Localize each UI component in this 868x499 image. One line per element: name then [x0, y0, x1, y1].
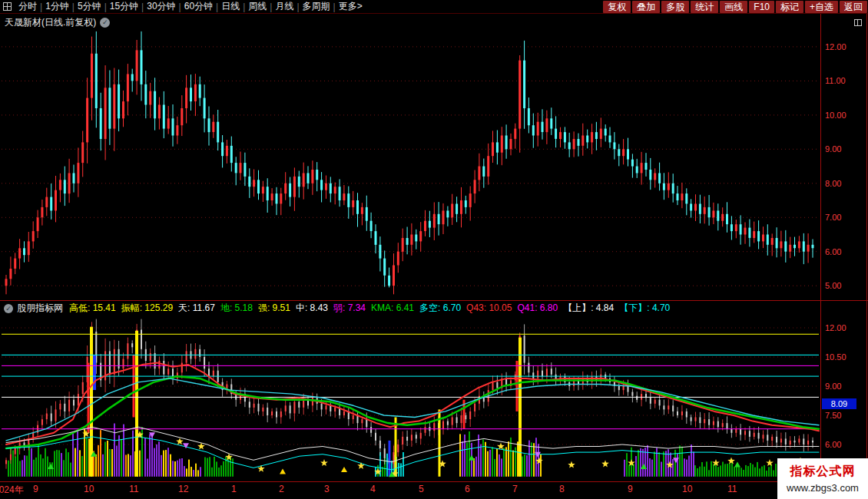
indicator-stat-4: 强: 9.51	[258, 302, 290, 313]
stock-info-badge-icon[interactable]: ✓	[100, 18, 110, 28]
month-label: 5	[419, 484, 424, 494]
pane-toggle-icon[interactable]	[854, 19, 862, 26]
pane-separator-line	[0, 300, 868, 301]
indicator-stat-12: 【下】: 4.70	[619, 302, 670, 313]
action-item-1[interactable]: 叠加	[632, 1, 660, 13]
price-tick-label: 11.00	[825, 76, 846, 85]
price-tick-label: 5.00	[825, 281, 841, 290]
right-border-line	[866, 14, 867, 497]
period-menu: 分时|1分钟|5分钟|15分钟|30分钟|60分钟|日线|周线|月线|多周期|更…	[16, 0, 365, 13]
month-label: 2	[279, 484, 284, 494]
price-tick-label: 7.00	[825, 213, 841, 222]
month-label: 2024年	[0, 484, 24, 497]
price-tick-label: 12.00	[825, 42, 846, 51]
action-item-6[interactable]: 标记	[776, 1, 803, 13]
indicator-tick-label: 9.00	[825, 382, 841, 391]
month-label: 8	[559, 484, 565, 494]
chart-canvas[interactable]	[0, 14, 820, 481]
period-item-8[interactable]: 月线	[273, 0, 296, 13]
period-item-5[interactable]: 60分钟	[182, 0, 215, 13]
indicator-stat-7: KMA: 6.41	[371, 302, 414, 313]
month-label: 11	[727, 484, 737, 494]
indicator-stat-6: 弱: 7.34	[333, 302, 366, 313]
price-tick-label: 10.00	[825, 111, 846, 120]
action-toolbar: 复权叠加多股统计画线F10标记+自选返回	[601, 0, 868, 13]
action-item-0[interactable]: 复权	[603, 1, 631, 13]
indicator-tick-label: 10.50	[825, 352, 846, 362]
app-grid-icon[interactable]	[3, 2, 12, 11]
action-item-7[interactable]: +自选	[805, 1, 838, 13]
last-value-tag: 8.09	[822, 398, 856, 409]
period-item-9[interactable]: 多周期	[300, 0, 333, 13]
month-label: 6	[465, 484, 470, 494]
indicator-stat-8: 多空: 6.70	[419, 302, 461, 313]
indicator-name: 股朋指标网	[17, 302, 63, 315]
action-item-5[interactable]: F10	[749, 1, 774, 13]
month-label: 12	[178, 484, 188, 494]
chart-title-bar: 天晟新材(日线.前复权) ✓	[5, 16, 110, 29]
indicator-stat-3: 地: 5.18	[220, 302, 253, 313]
axis-separator-line	[820, 14, 821, 497]
month-label: 11	[129, 484, 138, 494]
period-item-2[interactable]: 5分钟	[75, 0, 104, 13]
period-item-0[interactable]: 分时	[16, 0, 39, 13]
action-item-3[interactable]: 统计	[691, 1, 718, 13]
indicator-stat-11: 【上】: 4.84	[563, 302, 614, 313]
indicator-stat-9: Q43: 10.05	[466, 302, 512, 313]
indicator-stats: 高低: 15.41振幅: 125.29天: 11.67地: 5.18强: 9.5…	[69, 302, 675, 315]
indicator-tick-label: 7.50	[825, 411, 841, 420]
period-item-6[interactable]: 日线	[219, 0, 242, 13]
indicator-stat-1: 振幅: 125.29	[121, 302, 173, 313]
month-label: 10	[84, 484, 94, 494]
indicator-tick-label: 12.00	[825, 323, 846, 332]
month-label: 10	[682, 484, 692, 494]
indicator-badge-icon[interactable]: ✓	[4, 304, 13, 313]
indicator-stat-2: 天: 11.67	[178, 302, 215, 313]
month-label: 9	[628, 484, 633, 494]
price-tick-label: 8.00	[825, 179, 841, 188]
price-tick-label: 6.00	[825, 247, 841, 256]
month-label: 4	[370, 484, 376, 494]
period-item-10[interactable]: 更多>	[336, 0, 365, 13]
month-label: 9	[33, 484, 38, 494]
action-item-8[interactable]: 返回	[840, 1, 867, 13]
month-label: 3	[324, 484, 330, 494]
month-label: 7	[512, 484, 518, 494]
indicator-stat-0: 高低: 15.41	[69, 302, 116, 313]
top-toolbar: 分时|1分钟|5分钟|15分钟|30分钟|60分钟|日线|周线|月线|多周期|更…	[0, 0, 868, 14]
indicator-stat-10: Q41: 6.80	[517, 302, 558, 313]
indicator-stat-5: 中: 8.43	[296, 302, 328, 313]
xaxis-separator-line	[0, 481, 868, 482]
month-label: 1	[231, 484, 237, 494]
stock-title: 天晟新材(日线.前复权)	[5, 16, 96, 29]
action-item-4[interactable]: 画线	[720, 1, 747, 13]
period-item-1[interactable]: 1分钟	[43, 0, 71, 13]
period-item-3[interactable]: 15分钟	[108, 0, 141, 13]
period-item-4[interactable]: 30分钟	[144, 0, 177, 13]
indicator-tick-label: 6.00	[825, 440, 841, 449]
action-item-2[interactable]: 多股	[661, 1, 689, 13]
price-tick-label: 9.00	[825, 144, 841, 154]
trading-app-window: 分时|1分钟|5分钟|15分钟|30分钟|60分钟|日线|周线|月线|多周期|更…	[0, 0, 868, 499]
watermark: 指标公式网 www.zbgs3.com	[777, 458, 868, 499]
indicator-header: ✓ 股朋指标网 高低: 15.41振幅: 125.29天: 11.67地: 5.…	[4, 302, 675, 314]
watermark-url: www.zbgs3.com	[777, 482, 868, 494]
watermark-site-name: 指标公式网	[777, 464, 868, 480]
period-item-7[interactable]: 周线	[246, 0, 269, 13]
